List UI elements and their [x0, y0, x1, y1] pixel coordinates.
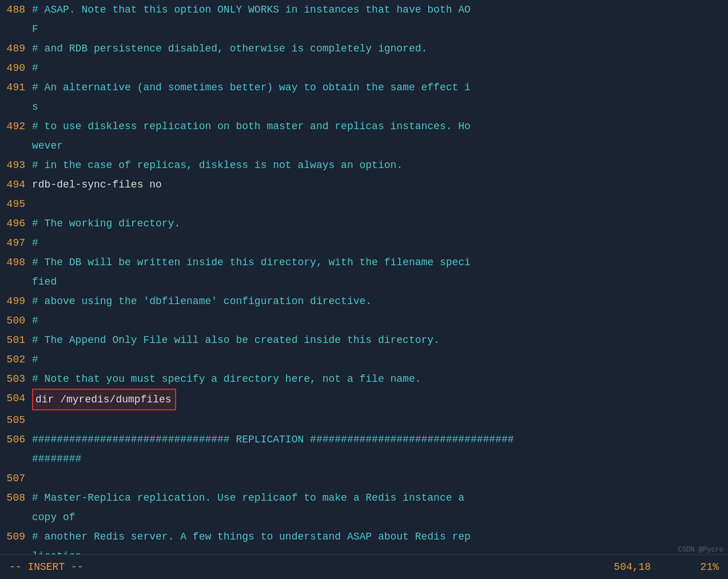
editor-container: 488 # ASAP. Note that this option ONLY W…	[0, 0, 728, 579]
line-497: 497 #	[0, 233, 728, 253]
line-500: 500 #	[0, 311, 728, 330]
line-content-500: #	[32, 311, 723, 330]
line-501: 501 # The Append Only File will also be …	[0, 330, 728, 350]
line-503: 503 # Note that you must specify a direc…	[0, 369, 728, 389]
line-496: 496 # The working directory.	[0, 214, 728, 233]
line-number-496: 496	[5, 214, 32, 233]
status-position: 504,18 21%	[614, 561, 719, 573]
line-494: 494 rdb-del-sync-files no	[0, 175, 728, 194]
code-area: 488 # ASAP. Note that this option ONLY W…	[0, 0, 728, 554]
line-493: 493 # in the case of replicas, diskless …	[0, 155, 728, 175]
line-498: 498 # The DB will be written inside this…	[0, 253, 728, 292]
line-content-499: # above using the 'dbfilename' configura…	[32, 292, 723, 311]
line-504: 504 dir /myredis/dumpfiles	[0, 389, 728, 410]
line-content-504: dir /myredis/dumpfiles	[32, 389, 723, 410]
line-content-488: # ASAP. Note that this option ONLY WORKS…	[32, 0, 723, 39]
line-number-488: 488	[5, 0, 32, 19]
line-508: 508 # Master-Replica replication. Use re…	[0, 488, 728, 527]
line-content-490: #	[32, 58, 723, 78]
line-content-497: #	[32, 233, 723, 253]
line-number-499: 499	[5, 292, 32, 311]
line-number-492: 492	[5, 117, 32, 136]
line-number-504: 504	[5, 389, 32, 408]
line-number-503: 503	[5, 369, 32, 389]
line-number-489: 489	[5, 39, 32, 58]
line-499: 499 # above using the 'dbfilename' confi…	[0, 292, 728, 311]
line-number-500: 500	[5, 311, 32, 330]
watermark: CSDN @Pycro	[678, 546, 723, 554]
line-506: 506 ################################ REP…	[0, 430, 728, 469]
line-490: 490 #	[0, 58, 728, 78]
line-489: 489 # and RDB persistence disabled, othe…	[0, 39, 728, 58]
line-content-503: # Note that you must specify a directory…	[32, 369, 723, 389]
line-content-491: # An alternative (and sometimes better) …	[32, 78, 723, 117]
line-number-505: 505	[5, 410, 32, 430]
line-content-502: #	[32, 350, 723, 369]
line-number-506: 506	[5, 430, 32, 449]
line-number-497: 497	[5, 233, 32, 253]
line-491: 491 # An alternative (and sometimes bett…	[0, 78, 728, 117]
line-content-496: # The working directory.	[32, 214, 723, 233]
line-content-489: # and RDB persistence disabled, otherwis…	[32, 39, 723, 58]
line-content-498: # The DB will be written inside this dir…	[32, 253, 723, 292]
line-number-508: 508	[5, 488, 32, 508]
line-content-509: # another Redis server. A few things to …	[32, 527, 723, 554]
line-number-498: 498	[5, 253, 32, 272]
line-488: 488 # ASAP. Note that this option ONLY W…	[0, 0, 728, 39]
line-content-506: ################################ REPLICA…	[32, 430, 723, 469]
line-492: 492 # to use diskless replication on bot…	[0, 117, 728, 155]
line-507: 507	[0, 469, 728, 488]
line-number-501: 501	[5, 330, 32, 350]
line-number-493: 493	[5, 155, 32, 175]
line-number-490: 490	[5, 58, 32, 78]
status-bar: -- INSERT -- 504,18 21%	[0, 554, 728, 579]
line-number-509: 509	[5, 527, 32, 546]
line-number-491: 491	[5, 78, 32, 97]
line-505: 505	[0, 410, 728, 430]
line-495: 495	[0, 194, 728, 214]
line-502: 502 #	[0, 350, 728, 369]
line-number-494: 494	[5, 175, 32, 194]
line-number-507: 507	[5, 469, 32, 488]
line-number-502: 502	[5, 350, 32, 369]
line-content-508: # Master-Replica replication. Use replic…	[32, 488, 723, 527]
status-mode: -- INSERT --	[9, 561, 83, 573]
line-content-493: # in the case of replicas, diskless is n…	[32, 155, 723, 175]
line-content-501: # The Append Only File will also be crea…	[32, 330, 723, 350]
line-509: 509 # another Redis server. A few things…	[0, 527, 728, 554]
line-content-494: rdb-del-sync-files no	[32, 175, 723, 194]
line-number-495: 495	[5, 194, 32, 214]
line-content-492: # to use diskless replication on both ma…	[32, 117, 723, 155]
